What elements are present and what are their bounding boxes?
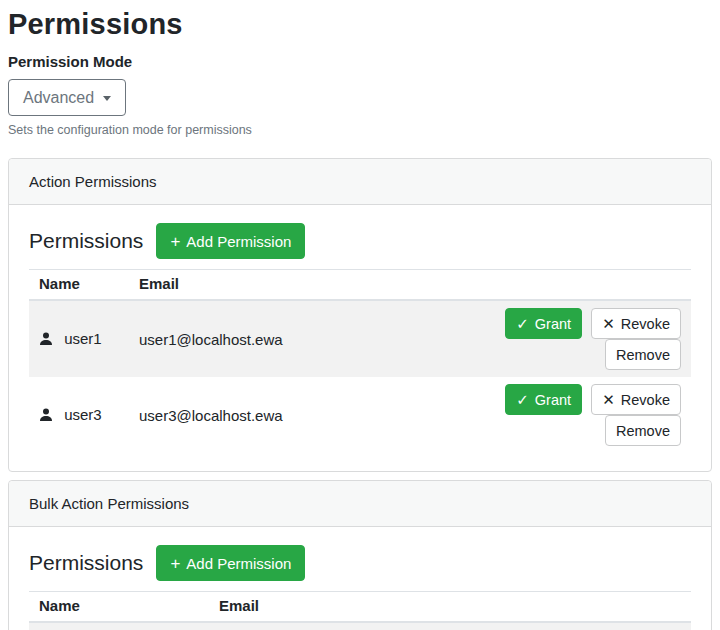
x-icon: ✕ xyxy=(602,392,615,407)
plus-icon: + xyxy=(170,555,180,572)
column-header-actions xyxy=(451,270,691,301)
page-title: Permissions xyxy=(8,8,712,41)
permission-mode-label: Permission Mode xyxy=(8,53,712,70)
check-icon: ✓ xyxy=(516,316,529,331)
section-head: Permissions + Add Permission xyxy=(29,223,691,259)
section-head: Permissions + Add Permission xyxy=(29,545,691,581)
column-header-email: Email xyxy=(209,592,451,623)
grant-button[interactable]: ✓Grant xyxy=(505,308,582,339)
column-header-name: Name xyxy=(29,270,129,301)
grant-label: Grant xyxy=(535,316,571,332)
revoke-button[interactable]: ✕Revoke xyxy=(591,384,681,415)
row-email: user1@localhost.ewa xyxy=(129,300,451,377)
revoke-label: Revoke xyxy=(621,392,670,408)
table-header-row: Name Email xyxy=(29,270,691,301)
card-header: Action Permissions xyxy=(9,159,711,205)
user-icon xyxy=(39,408,53,425)
permission-mode-field: Permission Mode Advanced Sets the config… xyxy=(8,53,712,137)
add-permission-label: Add Permission xyxy=(186,233,291,250)
table-header-row: Name Email xyxy=(29,592,691,623)
remove-label: Remove xyxy=(616,347,670,363)
remove-button[interactable]: Remove xyxy=(605,339,681,370)
add-permission-button[interactable]: + Add Permission xyxy=(156,545,305,581)
permissions-page: Permissions Permission Mode Advanced Set… xyxy=(8,8,712,630)
remove-label: Remove xyxy=(616,423,670,439)
add-permission-label: Add Permission xyxy=(186,555,291,572)
row-email: user3@localhost.ewa xyxy=(129,377,451,453)
user-icon xyxy=(39,332,53,349)
permission-mode-dropdown[interactable]: Advanced xyxy=(8,79,126,116)
grant-button[interactable]: ✓Grant xyxy=(505,384,582,415)
action-permissions-table: Name Email user1 user1@localhost.ewa xyxy=(29,269,691,453)
revoke-label: Revoke xyxy=(621,316,670,332)
section-title: Permissions xyxy=(29,551,143,575)
plus-icon: + xyxy=(170,233,180,250)
permission-mode-help: Sets the configuration mode for permissi… xyxy=(8,123,712,137)
permission-mode-value: Advanced xyxy=(23,89,94,107)
column-header-actions xyxy=(451,592,691,623)
table-row: user3 user3@localhost.ewa ✓Grant ✕Revoke… xyxy=(29,377,691,453)
bulk-action-permissions-card: Bulk Action Permissions Permissions + Ad… xyxy=(8,480,712,630)
section-title: Permissions xyxy=(29,229,143,253)
check-icon: ✓ xyxy=(516,392,529,407)
table-row: Test Group ✓Grant ✕Revoke Remove xyxy=(29,622,691,630)
table-row: user1 user1@localhost.ewa ✓Grant ✕Revoke… xyxy=(29,300,691,377)
caret-down-icon xyxy=(103,96,111,101)
row-email xyxy=(209,622,451,630)
x-icon: ✕ xyxy=(602,316,615,331)
bulk-action-permissions-table: Name Email Test Group xyxy=(29,591,691,630)
add-permission-button[interactable]: + Add Permission xyxy=(156,223,305,259)
card-body: Permissions + Add Permission Name Email xyxy=(9,205,711,471)
card-header: Bulk Action Permissions xyxy=(9,481,711,527)
row-name: user1 xyxy=(64,330,102,347)
action-permissions-card: Action Permissions Permissions + Add Per… xyxy=(8,158,712,472)
revoke-button[interactable]: ✕Revoke xyxy=(591,308,681,339)
column-header-email: Email xyxy=(129,270,451,301)
remove-button[interactable]: Remove xyxy=(605,415,681,446)
column-header-name: Name xyxy=(29,592,209,623)
row-name: user3 xyxy=(64,406,102,423)
grant-label: Grant xyxy=(535,392,571,408)
card-body: Permissions + Add Permission Name Email xyxy=(9,527,711,630)
